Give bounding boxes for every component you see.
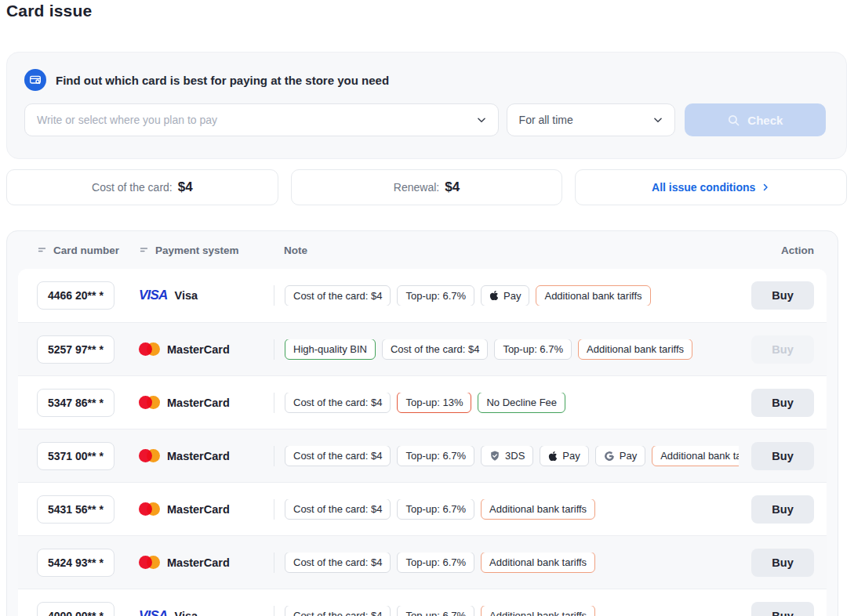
card-number-cell: 4466 20** * [37, 281, 139, 310]
note-tag: Pay [540, 446, 588, 466]
action-cell: Buy [739, 549, 814, 577]
table-row: 5431 56** * MasterCard Cost of the card:… [18, 482, 827, 535]
note-tag: Top-up: 6.7% [397, 446, 474, 466]
payment-logo [139, 556, 160, 569]
card-issue-page: Card issue Find out which card is best f… [0, 0, 865, 616]
check-button-label: Check [747, 114, 783, 127]
note-tag: 3DS [481, 446, 533, 466]
buy-button[interactable]: Buy [751, 281, 814, 310]
payment-logo [139, 502, 160, 516]
action-cell: Buy [739, 602, 814, 616]
period-select-value: For all time [507, 114, 602, 126]
payment-system-cell: MasterCard [139, 342, 274, 356]
action-cell: Buy [739, 281, 814, 310]
payment-name: MasterCard [167, 503, 230, 516]
table-row: 5347 86** * MasterCard Cost of the card:… [18, 375, 827, 429]
renewal-card: Renewal: $4 [291, 169, 563, 205]
note-tag: Cost of the card: $4 [285, 285, 391, 306]
note-tags: Cost of the card: $4Top-up: 6.7%Addition… [274, 499, 739, 520]
buy-button[interactable]: Buy [751, 549, 814, 577]
note-tag: Top-up: 6.7% [397, 499, 474, 520]
cost-label: Cost of the card: [92, 181, 173, 194]
table-rows: 4466 20** * VISA Visa Cost of the card: … [18, 269, 827, 616]
payment-system-cell: MasterCard [139, 396, 274, 409]
table-row: 5424 93** * MasterCard Cost of the card:… [18, 535, 827, 589]
mastercard-logo [139, 449, 160, 462]
column-header-card-number[interactable]: Card number [37, 245, 139, 256]
note-tag: Pay [481, 285, 529, 306]
buy-button[interactable]: Buy [751, 495, 814, 524]
issue-conditions-link[interactable]: All issue conditions [652, 181, 770, 194]
card-number-cell: 5371 00** * [37, 442, 139, 470]
table-row: 5257 97** * MasterCard High-quality BINC… [18, 322, 827, 375]
period-select[interactable]: For all time [507, 103, 675, 136]
issue-conditions-card[interactable]: All issue conditions [575, 169, 847, 205]
payment-name: MasterCard [167, 397, 230, 409]
card-number-chip: 5257 97** * [37, 335, 114, 364]
issue-conditions-label: All issue conditions [652, 181, 755, 194]
card-number-cell: 4000 00** * [37, 602, 139, 616]
action-cell: Buy [739, 495, 814, 524]
buy-button[interactable]: Buy [751, 389, 814, 417]
payment-system-cell: MasterCard [139, 502, 274, 516]
cards-table: Card number Payment system Note Action 4… [6, 230, 838, 616]
renewal-label: Renewal: [394, 181, 439, 194]
payment-system-cell: VISA Visa [139, 608, 274, 616]
apple-pay-icon [548, 451, 558, 462]
column-label: Payment system [155, 245, 239, 256]
note-tag: Cost of the card: $4 [285, 499, 391, 520]
mastercard-logo [139, 342, 160, 356]
buy-button[interactable]: Buy [751, 335, 814, 364]
payment-system-cell: MasterCard [139, 556, 274, 569]
note-tag: Cost of the card: $4 [285, 446, 391, 466]
note-tag: Top-up: 6.7% [494, 339, 572, 360]
note-tag: Cost of the card: $4 [382, 339, 488, 360]
note-tag: No Decline Fee [478, 393, 565, 413]
store-select-input[interactable] [25, 104, 498, 136]
column-header-payment-system[interactable]: Payment system [139, 245, 274, 256]
sort-lines-icon [37, 245, 47, 255]
payment-name: Visa [174, 610, 198, 616]
note-tag: Additional bank tariffs [481, 499, 595, 520]
column-label: Action [781, 245, 814, 256]
store-select[interactable] [24, 103, 499, 136]
note-tags: Cost of the card: $4Top-up: 6.7%Addition… [274, 606, 739, 616]
table-row: 4466 20** * VISA Visa Cost of the card: … [18, 269, 827, 322]
chevron-right-icon [761, 183, 770, 192]
visa-logo: VISA [139, 608, 167, 616]
table-row: 5371 00** * MasterCard Cost of the card:… [18, 429, 827, 482]
note-tag: Top-up: 6.7% [397, 553, 474, 573]
visa-logo: VISA [139, 288, 167, 303]
note-tag: Top-up: 6.7% [397, 606, 474, 616]
note-tag: Additional bank tariffs [481, 606, 595, 616]
action-cell: Buy [739, 442, 814, 470]
card-finder-panel: Find out which card is best for paying a… [6, 52, 847, 159]
apple-pay-icon [489, 290, 499, 301]
payment-logo: VISA [139, 608, 167, 616]
table-header: Card number Payment system Note Action [18, 231, 827, 269]
buy-button[interactable]: Buy [751, 442, 814, 470]
note-tags: Cost of the card: $4Top-up: 6.7%Addition… [274, 553, 739, 573]
card-number-cell: 5431 56** * [37, 495, 139, 524]
card-number-chip: 5424 93** * [37, 549, 114, 577]
buy-button[interactable]: Buy [751, 602, 814, 616]
card-number-chip: 5347 86** * [37, 389, 114, 417]
renewal-value: $4 [445, 179, 460, 195]
check-button[interactable]: Check [685, 103, 826, 136]
note-tag: Cost of the card: $4 [285, 393, 391, 413]
payment-logo [139, 396, 160, 409]
payment-logo [139, 449, 160, 462]
note-tag: Cost of the card: $4 [285, 553, 391, 573]
payment-logo: VISA [139, 288, 167, 303]
note-tags: Cost of the card: $4Top-up: 13%No Declin… [274, 393, 739, 413]
search-icon [727, 114, 740, 127]
note-tag: Cost of the card: $4 [285, 606, 391, 616]
payment-name: MasterCard [167, 450, 230, 462]
summary-row: Cost of the card: $4 Renewal: $4 All iss… [6, 169, 847, 205]
card-number-cell: 5424 93** * [37, 549, 139, 577]
payment-name: MasterCard [167, 343, 230, 356]
note-tags: High-quality BINCost of the card: $4Top-… [274, 339, 739, 360]
note-tag: Pay [595, 446, 645, 466]
note-tag: Additional bank tariffs [652, 446, 739, 466]
note-tags: Cost of the card: $4Top-up: 6.7%3DSPayPa… [274, 446, 739, 466]
